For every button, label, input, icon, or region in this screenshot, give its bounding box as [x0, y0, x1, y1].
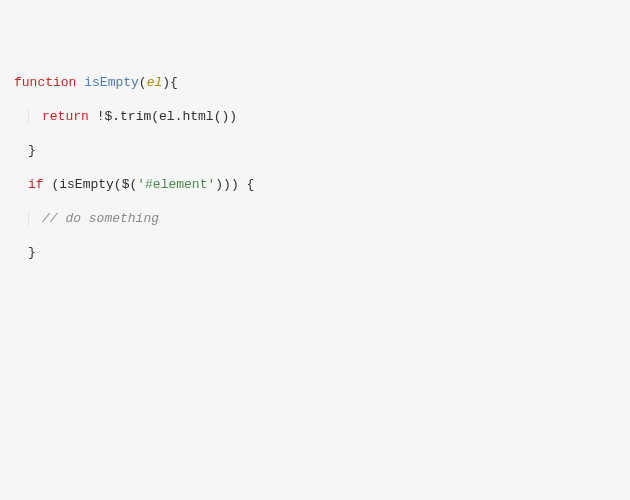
code-line-6: }: [14, 244, 616, 261]
paren-close-brace: ){: [162, 75, 178, 90]
keyword-return: return: [42, 109, 89, 124]
if-close: ))) {: [215, 177, 254, 192]
code-line-1: function isEmpty(el){: [14, 74, 616, 91]
brace-close: }: [28, 245, 36, 260]
code-line-5: // do something: [14, 210, 616, 227]
brace-close: }: [28, 143, 36, 158]
comment: // do something: [42, 211, 159, 226]
keyword-function: function: [14, 75, 76, 90]
code-line-2: return !$.trim(el.html()): [14, 108, 616, 125]
code-line-4: if (isEmpty($('#element'))) {: [14, 176, 616, 193]
trim-call: .trim(el.html()): [112, 109, 237, 124]
if-open: (isEmpty(: [51, 177, 121, 192]
function-name: isEmpty: [84, 75, 139, 90]
space: [89, 109, 97, 124]
param-el: el: [147, 75, 163, 90]
code-line-3: }: [14, 142, 616, 159]
string-selector: '#element': [137, 177, 215, 192]
keyword-if: if: [28, 177, 44, 192]
paren-open: (: [139, 75, 147, 90]
